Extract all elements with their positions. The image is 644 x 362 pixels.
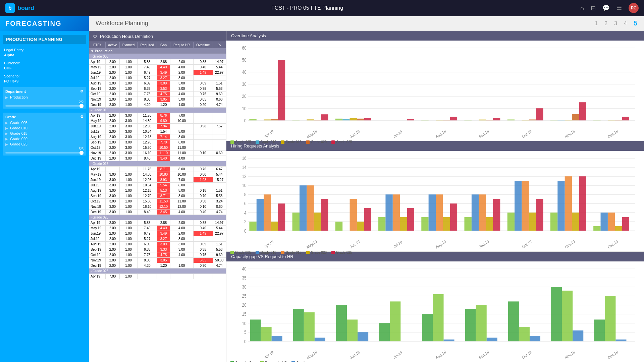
grade-item-005[interactable]: ▶ Grade 005 xyxy=(5,120,84,125)
gap-cell[interactable]: 3.40 xyxy=(157,156,170,161)
gap-cell[interactable]: 3.09 xyxy=(157,242,170,247)
table-row[interactable]: Oct.19 2.00 3.00 15.50 10.50 11.00 xyxy=(89,145,226,150)
gap-cell[interactable]: 11.10 xyxy=(157,150,170,156)
user-avatar[interactable]: PC xyxy=(629,3,639,13)
table-row[interactable]: May.19 2.00 1.00 7.40 4.40 4.00 0.40 5.4… xyxy=(89,65,226,70)
grade-item-010[interactable]: ▶ Grade 010 xyxy=(5,126,84,130)
department-filter-icon[interactable]: ⚙ xyxy=(80,89,84,94)
page-5[interactable]: 5 xyxy=(634,19,637,27)
table-row[interactable]: Apr.19 2.00 1.00 5.88 2.88 2.00 0.88 14.… xyxy=(89,59,226,65)
table-row[interactable]: Nov.19 3.00 1.00 16.10 12.10 12.00 0.10 … xyxy=(89,204,226,209)
gap-cell[interactable]: 4.75 xyxy=(157,92,170,97)
table-row[interactable]: Jul.19 2.00 3.00 10.54 1.54 8.00 xyxy=(89,129,226,134)
grade-item-025[interactable]: ▶ Grade 025 xyxy=(5,142,84,146)
gap-cell[interactable]: 3.05 xyxy=(157,258,170,263)
table-row[interactable]: Oct.19 3.00 1.00 15.50 11.50 11.00 0.50 … xyxy=(89,199,226,204)
gap-cell[interactable]: 7.94 xyxy=(157,124,170,129)
grade-item-015[interactable]: ▶ Grade 015 xyxy=(5,131,84,136)
department-item-production[interactable]: ▶ Production xyxy=(5,95,84,100)
department-slider[interactable] xyxy=(5,105,84,107)
page-2[interactable]: 2 xyxy=(604,20,607,26)
gap-cell[interactable]: 8.93 xyxy=(157,177,170,183)
gap-cell[interactable]: 7.70 xyxy=(157,140,170,145)
table-row[interactable]: Apr.19 11.76 8.71 8.00 0.76 6.47 xyxy=(89,167,226,172)
gap-cell[interactable]: 2.88 xyxy=(157,220,170,226)
table-row[interactable]: May.19 2.00 1.00 7.40 4.40 4.00 0.40 5.4… xyxy=(89,226,226,231)
gap-cell[interactable]: 12.10 xyxy=(157,204,170,209)
table-row[interactable]: Jul.19 2.00 1.00 5.27 3.27 3.00 xyxy=(89,75,226,81)
department-filter[interactable]: Department ⚙ ▶ Production 2/2 xyxy=(3,87,86,109)
table-row[interactable]: Sep.19 2.00 1.00 6.35 3.53 3.00 0.35 5.5… xyxy=(89,86,226,92)
print-icon[interactable]: ⊟ xyxy=(591,4,596,12)
table-scroll[interactable]: FTEs Active Planned Required Gap Req. to… xyxy=(89,42,226,362)
board-logo[interactable]: b board xyxy=(5,3,34,13)
gap-cell[interactable]: 4.40 xyxy=(157,65,170,70)
grade-filter[interactable]: Grade ⚙ ▶ Grade 005 ▶ Grade 010 ▶ Grade … xyxy=(3,113,86,156)
gap-cell[interactable]: 7.14 xyxy=(157,134,170,140)
gap-cell[interactable]: 3.49 xyxy=(157,70,170,75)
page-3[interactable]: 3 xyxy=(614,20,617,26)
gap-cell[interactable]: 1.20 xyxy=(157,102,170,108)
table-row[interactable]: Jul.19 3.00 1.00 10.54 5.54 8.00 xyxy=(89,183,226,188)
gap-cell[interactable]: 10.80 xyxy=(157,172,170,177)
home-icon[interactable]: ⌂ xyxy=(580,5,584,12)
gap-cell[interactable]: 1.20 xyxy=(157,263,170,268)
menu-icon[interactable]: ☰ xyxy=(616,4,622,12)
table-row[interactable]: Jun.19 2.00 1.00 6.49 3.49 2.00 1.49 22.… xyxy=(89,70,226,75)
gap-cell[interactable]: 1.54 xyxy=(157,129,170,134)
table-row[interactable]: Aug.19 2.00 1.00 6.09 3.09 3.00 0.09 1.5… xyxy=(89,242,226,247)
gap-cell[interactable]: 3.27 xyxy=(157,75,170,81)
gap-cell[interactable]: 3.45 xyxy=(157,209,170,215)
table-row[interactable]: Nov.19 2.00 1.00 8.05 3.05 5.05 50.30 xyxy=(89,258,226,263)
table-row[interactable]: Apr.19 2.00 3.00 11.76 8.76 7.00 xyxy=(89,113,226,118)
settings-icon[interactable]: ⚙ xyxy=(93,34,97,39)
comment-icon[interactable]: 💬 xyxy=(602,4,610,12)
gap-cell[interactable]: 8.71 xyxy=(157,167,170,172)
gap-cell[interactable]: 10.50 xyxy=(157,145,170,150)
table-row[interactable]: Dec.19 2.00 1.00 4.20 1.20 1.00 0.20 4.7… xyxy=(89,102,226,108)
grade-filter-icon[interactable]: ⚙ xyxy=(80,115,84,119)
page-numbers[interactable]: 1 2 3 4 5 xyxy=(595,19,637,27)
table-row[interactable]: Nov.19 2.00 1.00 8.05 3.05 5.00 0.05 0.6… xyxy=(89,97,226,102)
gap-cell[interactable]: 11.50 xyxy=(157,199,170,204)
table-row[interactable]: Dec.19 2.00 3.00 8.40 3.40 4.00 xyxy=(89,156,226,161)
table-row[interactable]: Jun.19 3.00 1.00 12.98 8.93 7.00 1.93 15… xyxy=(89,177,226,183)
table-row[interactable]: Oct.19 2.00 1.00 7.75 4.75 4.00 0.75 9.6… xyxy=(89,92,226,97)
table-row[interactable]: Oct.19 2.00 1.00 7.75 4.75 4.00 0.75 9.6… xyxy=(89,252,226,258)
table-row[interactable]: Nov.19 2.00 3.00 16.10 11.10 11.00 0.10 … xyxy=(89,150,226,156)
grade-item-020[interactable]: ▶ Grade 020 xyxy=(5,136,84,141)
page-4[interactable]: 4 xyxy=(624,20,627,26)
gap-cell[interactable]: 4.75 xyxy=(157,252,170,258)
gap-cell[interactable]: 9.80 xyxy=(157,118,170,124)
gap-cell[interactable]: 2.88 xyxy=(157,59,170,65)
table-row[interactable]: Aug.19 2.00 1.00 6.09 3.09 3.00 0.09 1.5… xyxy=(89,81,226,86)
gap-cell[interactable]: 4.40 xyxy=(157,226,170,231)
table-row[interactable]: Aug.19 2.00 3.00 12.18 7.14 8.00 xyxy=(89,134,226,140)
grade-slider[interactable] xyxy=(5,152,84,154)
table-row[interactable]: Jun.19 2.00 1.00 6.49 3.49 2.00 1.49 22.… xyxy=(89,231,226,236)
table-row[interactable]: Sep.19 2.00 3.00 12.70 7.70 8.00 xyxy=(89,140,226,145)
gap-cell[interactable]: 3.27 xyxy=(157,236,170,242)
page-1[interactable]: 1 xyxy=(595,20,598,26)
gap-cell[interactable]: 3.53 xyxy=(157,86,170,92)
table-row[interactable]: Apr.19 2.00 1.00 5.88 2.88 2.00 0.88 14.… xyxy=(89,220,226,226)
table-row[interactable]: Aug.19 3.00 1.00 12.18 5.13 8.00 0.18 1.… xyxy=(89,188,226,193)
table-row[interactable]: Dec.19 3.00 1.00 8.40 3.45 4.00 0.40 4.7… xyxy=(89,209,226,215)
table-row[interactable]: Jul.19 2.00 1.00 5.27 3.27 3.00 xyxy=(89,236,226,242)
gap-cell[interactable]: 3.49 xyxy=(157,231,170,236)
table-row[interactable]: May.19 2.00 3.00 14.80 9.80 10.00 xyxy=(89,118,226,124)
gap-cell[interactable]: 3.05 xyxy=(157,97,170,102)
gap-cell[interactable]: 3.33 xyxy=(157,247,170,252)
gap-cell[interactable]: 8.71 xyxy=(157,193,170,199)
gap-cell[interactable]: 5.54 xyxy=(157,183,170,188)
gap-cell[interactable]: 3.09 xyxy=(157,81,170,86)
table-row[interactable]: Sep.19 2.00 1.00 6.35 3.33 3.00 0.35 5.5… xyxy=(89,247,226,252)
table-row[interactable]: Apr.19 7.00 1.00 xyxy=(89,274,226,279)
table-row[interactable]: Dec.19 2.00 1.00 4.20 1.20 1.00 0.20 4.7… xyxy=(89,263,226,268)
gap-cell[interactable] xyxy=(157,274,170,279)
table-row[interactable]: Sep.19 3.00 1.00 12.70 8.71 8.00 0.70 5.… xyxy=(89,193,226,199)
table-row[interactable]: May.19 3.00 1.00 14.80 10.80 10.00 0.80 … xyxy=(89,172,226,177)
table-row[interactable]: Jun.19 2.00 3.00 12.98 7.94 0.98 7.57 xyxy=(89,124,226,129)
gap-cell[interactable]: 5.13 xyxy=(157,188,170,193)
gap-cell[interactable]: 8.76 xyxy=(157,113,170,118)
